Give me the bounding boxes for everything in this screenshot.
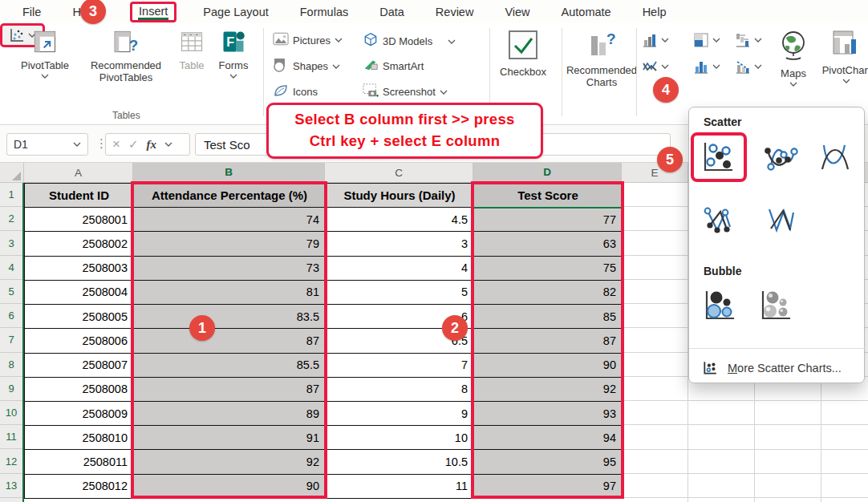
tab-file[interactable]: File xyxy=(18,2,46,22)
cell[interactable]: 2508002 xyxy=(25,232,134,256)
cell[interactable]: 2508004 xyxy=(25,280,134,304)
tab-help[interactable]: Help xyxy=(638,2,671,22)
insert-function-icon[interactable]: fx xyxy=(147,138,157,152)
row-header-8[interactable]: 8 xyxy=(0,353,22,377)
menu-item-scatter-straight[interactable] xyxy=(761,201,798,238)
recommended-pivottables-button[interactable]: ? Recommended PivotTables xyxy=(79,30,173,84)
cell[interactable]: 2508012 xyxy=(25,474,134,498)
column-header-b[interactable]: B xyxy=(133,163,325,183)
row-header-5[interactable]: 5 xyxy=(0,280,22,304)
cell[interactable]: 93 xyxy=(474,401,623,425)
cell[interactable]: 5 xyxy=(326,280,474,304)
shapes-button[interactable]: Shapes xyxy=(273,58,340,75)
insert-column-chart-button[interactable] xyxy=(642,32,669,48)
cell[interactable]: 95 xyxy=(474,450,623,474)
tab-formulas[interactable]: Formulas xyxy=(295,2,353,22)
cell[interactable]: 87 xyxy=(134,329,326,353)
table-button[interactable]: Table xyxy=(173,30,210,72)
tab-insert[interactable]: Insert xyxy=(130,2,176,22)
cell[interactable]: 9 xyxy=(326,401,474,425)
column-header-a[interactable]: A xyxy=(24,163,133,183)
tab-data[interactable]: Data xyxy=(375,2,409,22)
3d-models-button[interactable]: 3D Models xyxy=(363,32,456,51)
cell[interactable]: 2508005 xyxy=(25,305,134,329)
cell[interactable]: 2508011 xyxy=(25,450,134,474)
menu-item-scatter-straight-markers[interactable] xyxy=(700,201,736,238)
cell-d1-active[interactable]: Test Score xyxy=(474,184,623,208)
cell[interactable]: 94 xyxy=(474,426,623,450)
cell-c1[interactable]: Study Hours (Daily) xyxy=(326,184,474,208)
insert-combo-chart-button[interactable] xyxy=(735,59,762,75)
more-scatter-charts-item[interactable]: More Scatter Charts... xyxy=(697,354,858,382)
insert-hierarchy-chart-button[interactable] xyxy=(693,32,720,48)
cell[interactable]: 4.5 xyxy=(326,208,474,232)
tab-page-layout[interactable]: Page Layout xyxy=(198,2,273,22)
row-header-12[interactable]: 12 xyxy=(0,449,22,473)
cell[interactable]: 97 xyxy=(474,474,623,498)
cell[interactable]: 4 xyxy=(326,256,474,280)
cell-a1[interactable]: Student ID xyxy=(25,184,134,208)
select-all-corner[interactable] xyxy=(0,163,24,183)
row-header-9[interactable]: 9 xyxy=(0,377,22,401)
cell[interactable]: 73 xyxy=(134,256,326,280)
cell[interactable]: 77 xyxy=(474,208,623,232)
cell[interactable]: 7 xyxy=(326,353,474,377)
icons-button[interactable]: Icons xyxy=(273,83,318,100)
forms-button[interactable]: F Forms xyxy=(211,30,256,79)
menu-item-scatter-smooth[interactable] xyxy=(816,139,853,176)
cell[interactable]: 2508008 xyxy=(25,377,134,401)
menu-item-scatter-smooth-markers[interactable] xyxy=(761,139,798,176)
row-header-3[interactable]: 3 xyxy=(0,231,22,255)
cell[interactable]: 87 xyxy=(474,329,623,353)
cell[interactable]: 79 xyxy=(134,232,326,256)
screenshot-button[interactable]: Screenshot xyxy=(363,83,448,100)
cell[interactable]: 2508006 xyxy=(25,329,134,353)
row-header-13[interactable]: 13 xyxy=(0,474,22,498)
pivottable-button[interactable]: PivotTable xyxy=(13,30,77,79)
cell-b1[interactable]: Attendance Percentage (%) xyxy=(134,184,326,208)
cell[interactable]: 63 xyxy=(474,232,623,256)
row-header-10[interactable]: 10 xyxy=(0,401,22,425)
smartart-button[interactable]: SmartArt xyxy=(363,58,424,75)
tab-automate[interactable]: Automate xyxy=(557,2,616,22)
row-header-1[interactable]: 1 xyxy=(0,183,22,207)
cell[interactable]: 10.5 xyxy=(326,450,474,474)
cell[interactable]: 89 xyxy=(134,401,326,425)
menu-item-3d-bubble[interactable] xyxy=(757,287,794,324)
cell[interactable]: 2508007 xyxy=(25,353,134,377)
row-header-2[interactable]: 2 xyxy=(0,207,22,231)
cell[interactable]: 10 xyxy=(326,426,474,450)
cell[interactable]: 92 xyxy=(134,450,326,474)
name-box[interactable]: D1 xyxy=(6,133,88,156)
cell[interactable]: 87 xyxy=(134,377,326,401)
cell[interactable]: 2508001 xyxy=(25,208,134,232)
pictures-button[interactable]: Pictures xyxy=(273,32,343,48)
enter-icon[interactable]: ✓ xyxy=(128,137,139,152)
cell[interactable]: 85.5 xyxy=(134,353,326,377)
cell[interactable]: 85 xyxy=(474,305,623,329)
checkbox-button[interactable]: Checkbox xyxy=(497,30,549,79)
row-header-7[interactable]: 7 xyxy=(0,328,22,352)
row-header-4[interactable]: 4 xyxy=(0,256,22,280)
tab-view[interactable]: View xyxy=(500,2,534,22)
cell[interactable]: 90 xyxy=(474,353,623,377)
menu-item-scatter[interactable] xyxy=(700,139,736,176)
cell[interactable]: 81 xyxy=(134,280,326,304)
cell[interactable]: 75 xyxy=(474,256,623,280)
column-header-c[interactable]: C xyxy=(325,163,473,183)
pivotchart-button[interactable]: PivotChart xyxy=(820,30,868,83)
tab-review[interactable]: Review xyxy=(431,2,479,22)
row-header-11[interactable]: 11 xyxy=(0,425,22,449)
cell[interactable]: 2508009 xyxy=(25,401,134,425)
insert-line-chart-button[interactable] xyxy=(642,59,669,75)
cell[interactable]: 2508010 xyxy=(25,426,134,450)
cell[interactable]: 2508003 xyxy=(25,256,134,280)
maps-button[interactable]: Maps xyxy=(773,30,814,87)
menu-item-bubble[interactable] xyxy=(701,287,738,324)
recommended-charts-button[interactable]: ? Recommended Charts xyxy=(568,30,635,89)
cancel-icon[interactable]: × xyxy=(112,136,120,152)
cell[interactable]: 83.5 xyxy=(134,305,326,329)
cell[interactable]: 92 xyxy=(474,377,623,401)
cell[interactable]: 11 xyxy=(326,474,474,498)
insert-statistic-chart-button[interactable] xyxy=(693,59,720,75)
